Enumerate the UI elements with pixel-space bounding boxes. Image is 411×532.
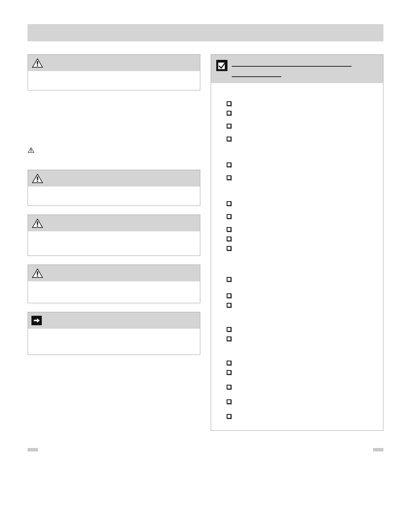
- checklist-subtitle-underline: [232, 71, 281, 77]
- checklist-group-4: [216, 317, 378, 343]
- checklist-section: [211, 54, 383, 431]
- alert-box-2: [28, 170, 200, 206]
- svg-marker-21: [37, 318, 40, 323]
- svg-rect-19: [37, 275, 38, 277]
- svg-rect-7: [31, 151, 31, 152]
- alert-header: [28, 55, 200, 71]
- checklist-group-heading: [218, 92, 378, 98]
- page-title-bar: [28, 24, 383, 41]
- svg-rect-2: [37, 61, 38, 65]
- paragraph-block-1: [28, 99, 200, 138]
- checkbox-icon: [227, 361, 231, 365]
- checklist-item: [227, 369, 378, 377]
- checklist-item: [227, 123, 378, 131]
- svg-rect-10: [37, 177, 38, 180]
- svg-rect-14: [37, 221, 38, 225]
- svg-rect-20: [34, 320, 37, 321]
- checklist-item: [227, 398, 378, 406]
- alert-body: [28, 231, 200, 255]
- checkbox-icon: [227, 162, 231, 167]
- checklist-group-heading: [218, 153, 378, 159]
- checkmark-box-icon: [216, 60, 227, 71]
- footer-bar-left: [28, 448, 38, 451]
- checkbox-icon: [227, 124, 231, 128]
- checklist-group-2: [216, 192, 378, 253]
- checkbox-icon: [227, 385, 231, 389]
- checklist-item: [227, 236, 378, 243]
- checkbox-icon: [227, 236, 231, 241]
- checklist-item: [227, 413, 378, 421]
- alert-box-3: [28, 215, 200, 256]
- page-footer: [28, 448, 383, 451]
- checkbox-icon: [227, 399, 231, 404]
- checkbox-icon: [227, 201, 231, 206]
- inline-warning-triangle-icon: [28, 147, 34, 153]
- inline-warning-paragraph: [28, 146, 200, 162]
- svg-rect-6: [31, 149, 31, 151]
- checklist-group-0: [216, 92, 378, 143]
- checklist-item: [227, 100, 378, 108]
- alert-header: [28, 170, 200, 187]
- notice-header: [28, 312, 200, 329]
- checklist-item: [227, 336, 378, 343]
- checklist-item: [227, 174, 378, 182]
- alert-body: [28, 187, 200, 205]
- checklist-group-5: [216, 351, 378, 421]
- checklist-group-heading: [218, 351, 378, 357]
- checklist-item: [227, 226, 378, 234]
- checklist-item: [227, 162, 378, 169]
- checklist-body: [211, 83, 383, 430]
- checkbox-icon: [227, 277, 231, 282]
- checkbox-icon: [227, 370, 231, 375]
- right-column: [211, 54, 383, 431]
- checklist-group-heading: [218, 317, 378, 324]
- checkbox-icon: [227, 111, 231, 115]
- checkbox-icon: [227, 227, 231, 232]
- checklist-group-3: [216, 268, 378, 310]
- checklist-group-1: [216, 153, 378, 182]
- checklist-group-heading: [218, 268, 378, 274]
- checklist-item: [227, 292, 378, 300]
- svg-rect-18: [37, 271, 38, 275]
- checklist-item: [227, 200, 378, 208]
- checklist-group-heading: [218, 192, 378, 198]
- notice-box: [28, 312, 200, 355]
- checklist-item: [227, 360, 378, 367]
- checklist-title-area: [232, 59, 378, 77]
- checklist-item: [227, 213, 378, 221]
- alert-body: [28, 281, 200, 303]
- left-column: [28, 54, 200, 364]
- checklist-item: [227, 136, 378, 143]
- checkbox-icon: [227, 327, 231, 332]
- checkbox-icon: [227, 293, 231, 298]
- alert-header: [28, 215, 200, 231]
- checkbox-icon: [227, 336, 231, 341]
- checklist-item: [227, 384, 378, 392]
- alert-body: [28, 71, 200, 90]
- warning-triangle-icon: [31, 268, 44, 278]
- checkbox-icon: [227, 101, 231, 106]
- warning-triangle-icon: [31, 58, 44, 68]
- two-column-layout: [28, 54, 383, 431]
- alert-box-4: [28, 264, 200, 303]
- warning-triangle-icon: [31, 218, 44, 228]
- checkbox-icon: [227, 303, 231, 308]
- checklist-item: [227, 276, 378, 284]
- warning-triangle-icon: [31, 173, 44, 184]
- checkbox-icon: [227, 246, 231, 251]
- checklist-title-underline: [232, 59, 352, 67]
- checklist-item: [227, 245, 378, 253]
- checklist-item: [227, 302, 378, 310]
- checkbox-icon: [227, 175, 231, 180]
- checkbox-icon: [227, 414, 231, 419]
- alert-header: [28, 265, 200, 281]
- svg-rect-3: [37, 65, 38, 66]
- checkbox-icon: [227, 137, 231, 141]
- alert-box-1: [28, 54, 200, 90]
- notice-body: [28, 329, 200, 355]
- checklist-header: [211, 55, 383, 83]
- svg-rect-15: [37, 225, 38, 227]
- checkbox-icon: [227, 214, 231, 219]
- checklist-item: [227, 110, 378, 118]
- svg-rect-11: [37, 180, 38, 182]
